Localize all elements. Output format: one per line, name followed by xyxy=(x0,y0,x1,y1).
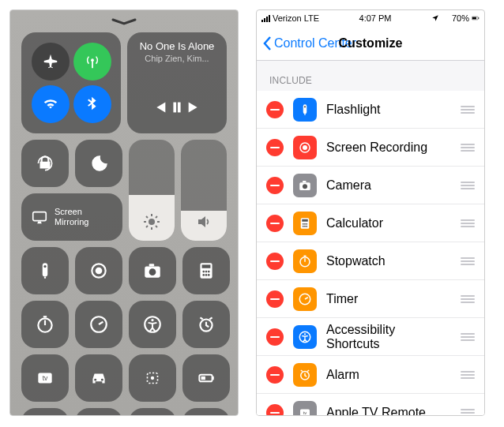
magnifier-button[interactable] xyxy=(21,408,69,416)
screen-record-icon xyxy=(293,136,317,159)
apple-tv-remote-button[interactable] xyxy=(21,354,69,402)
volume-slider[interactable] xyxy=(181,140,227,241)
orientation-lock-button[interactable] xyxy=(21,140,69,187)
drag-handle-icon[interactable] xyxy=(461,409,475,417)
remove-button[interactable] xyxy=(266,290,284,308)
calculator-icon xyxy=(293,212,317,235)
screen-recording-button[interactable] xyxy=(75,247,122,294)
status-bar: Verizon LTE 4:07 PM 70% xyxy=(257,10,484,26)
customize-screen: Verizon LTE 4:07 PM 70% Control Center C… xyxy=(256,9,485,416)
wifi-button[interactable] xyxy=(32,85,70,123)
airplane-mode-button[interactable] xyxy=(32,43,70,81)
item-label: Timer xyxy=(326,292,451,306)
do-not-disturb-button[interactable] xyxy=(75,140,122,187)
battery-icon xyxy=(472,14,480,22)
item-label: Accessibility Shortcuts xyxy=(326,323,451,351)
remove-button[interactable] xyxy=(266,101,284,118)
signal-bars-icon xyxy=(261,15,270,22)
accessibility-icon xyxy=(293,325,317,349)
drag-handle-icon[interactable] xyxy=(461,144,475,152)
play-pause-button[interactable] xyxy=(168,99,186,119)
connectivity-tile[interactable] xyxy=(21,32,121,133)
item-label: Calculator xyxy=(326,216,451,230)
screen-mirroring-button[interactable]: Screen Mirroring xyxy=(21,193,122,241)
flashlight-button[interactable] xyxy=(21,247,69,294)
media-artist: Chip Zien, Kim... xyxy=(145,54,209,63)
carplay-button[interactable] xyxy=(75,354,122,402)
nav-bar: Control Center Customize xyxy=(257,26,484,61)
cellular-data-button[interactable] xyxy=(73,43,111,81)
network-label: LTE xyxy=(304,13,319,23)
accessibility-button[interactable] xyxy=(129,301,176,348)
camera-button[interactable] xyxy=(129,247,176,294)
item-label: Apple TV Remote xyxy=(326,406,451,417)
item-label: Alarm xyxy=(326,368,451,382)
remove-button[interactable] xyxy=(266,177,284,194)
next-track-button[interactable] xyxy=(186,99,203,119)
screen-mirroring-label: Screen Mirroring xyxy=(55,207,115,227)
cellular-toggle-button[interactable] xyxy=(182,408,230,416)
alarm-icon xyxy=(293,363,317,387)
list-item[interactable]: Flashlight xyxy=(257,91,484,129)
include-list: FlashlightScreen RecordingCameraCalculat… xyxy=(257,91,484,416)
svg-rect-45 xyxy=(478,17,479,19)
svg-rect-44 xyxy=(472,17,476,20)
drag-handle-icon[interactable] xyxy=(461,295,475,303)
remove-button[interactable] xyxy=(266,404,284,417)
status-time: 4:07 PM xyxy=(359,13,392,23)
guided-access-button[interactable] xyxy=(129,354,176,402)
bluetooth-status-icon xyxy=(442,14,449,22)
location-icon xyxy=(431,14,439,22)
bluetooth-button[interactable] xyxy=(73,85,111,123)
brightness-slider[interactable] xyxy=(129,140,175,241)
remove-button[interactable] xyxy=(266,328,284,346)
apple-tv-icon xyxy=(293,401,317,417)
list-item[interactable]: Accessibility Shortcuts xyxy=(257,318,484,356)
remove-button[interactable] xyxy=(266,366,284,384)
previous-track-button[interactable] xyxy=(151,99,168,119)
stopwatch-button[interactable] xyxy=(21,301,69,348)
drag-handle-icon[interactable] xyxy=(461,106,475,114)
control-center-panel: No One Is Alone Chip Zien, Kim... Screen… xyxy=(9,9,239,416)
remove-button[interactable] xyxy=(266,215,284,232)
item-label: Stopwatch xyxy=(326,254,451,268)
timer-button[interactable] xyxy=(75,301,122,348)
remove-button[interactable] xyxy=(266,139,284,156)
drag-handle-icon[interactable] xyxy=(461,219,475,227)
item-label: Camera xyxy=(326,178,451,193)
close-chevron-icon[interactable] xyxy=(10,10,238,28)
media-title: No One Is Alone xyxy=(140,40,215,52)
drag-handle-icon[interactable] xyxy=(461,257,475,265)
item-label: Screen Recording xyxy=(326,140,451,155)
list-item[interactable]: Screen Recording xyxy=(257,129,484,167)
list-item[interactable]: Calculator xyxy=(257,204,484,242)
flashlight-icon xyxy=(293,98,317,122)
drag-handle-icon[interactable] xyxy=(461,333,475,341)
notes-button[interactable] xyxy=(75,408,122,416)
alarm-button[interactable] xyxy=(182,301,230,348)
media-tile[interactable]: No One Is Alone Chip Zien, Kim... xyxy=(127,32,227,133)
drag-handle-icon[interactable] xyxy=(461,371,475,379)
calculator-button[interactable] xyxy=(182,247,230,294)
include-header: INCLUDE xyxy=(257,61,484,91)
list-item[interactable]: Timer xyxy=(257,280,484,318)
low-power-button[interactable] xyxy=(182,354,230,402)
drag-handle-icon[interactable] xyxy=(461,182,475,189)
battery-percent: 70% xyxy=(452,13,469,23)
stopwatch-icon xyxy=(293,249,317,273)
timer-icon xyxy=(293,287,317,311)
hearing-button[interactable] xyxy=(129,408,176,416)
remove-button[interactable] xyxy=(266,253,284,270)
list-item[interactable]: Apple TV Remote xyxy=(257,394,484,416)
item-label: Flashlight xyxy=(326,103,451,117)
list-item[interactable]: Stopwatch xyxy=(257,242,484,280)
page-title: Customize xyxy=(257,36,484,51)
camera-icon xyxy=(293,174,317,197)
list-item[interactable]: Alarm xyxy=(257,356,484,394)
list-item[interactable]: Camera xyxy=(257,167,484,204)
carrier-label: Verizon xyxy=(273,13,302,23)
